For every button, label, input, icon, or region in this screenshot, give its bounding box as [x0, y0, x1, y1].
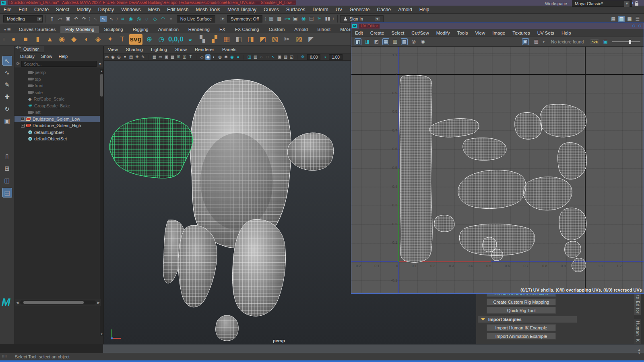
outliner-horizontal-scrollbar[interactable]: ◀ ▶ [15, 299, 101, 306]
scene-time-warp-icon[interactable]: ◷ [156, 34, 167, 45]
menu-file[interactable]: File [0, 7, 15, 12]
search-input[interactable] [21, 61, 97, 67]
shelf-tab-animation[interactable]: Animation [153, 26, 184, 33]
uv-menu-cut-sew[interactable]: Cut/Sew [408, 31, 432, 35]
menu-mesh[interactable]: Mesh [144, 7, 163, 12]
poly-type-icon[interactable]: T [117, 34, 128, 45]
scroll-right-icon[interactable]: ▶ [97, 301, 101, 304]
quad-draw-icon[interactable]: ▨ [294, 34, 304, 45]
poly-cylinder-icon[interactable]: ▮ [33, 34, 43, 45]
outliner-item-groupscale-bake[interactable]: ✳GroupScale_Bake [14, 103, 103, 109]
tab-attribute-editor[interactable]: te Editor [634, 294, 641, 315]
layout-four-pane-icon[interactable]: ⊞ [2, 164, 12, 173]
grid-toggle-icon[interactable]: ▦ [152, 54, 157, 60]
scroll-down-icon[interactable]: ▼ [100, 332, 103, 336]
sculpt-tool-icon[interactable]: ◒ [185, 34, 196, 45]
shelf-tab-arnold[interactable]: Arnold [289, 26, 312, 33]
image-exposure-slider[interactable] [612, 41, 640, 42]
toggle-modeling-toolkit-icon[interactable]: ▤ [610, 16, 617, 22]
import-samples-section[interactable]: Import Samples [478, 316, 577, 323]
select-hierarchy-icon[interactable]: ↖ [92, 16, 99, 22]
lasso-tool-icon[interactable]: ∿ [2, 68, 12, 78]
scroll-up-icon[interactable]: ▲ [100, 69, 103, 73]
select-component-icon[interactable]: ↖ [108, 16, 115, 22]
outliner-tab[interactable]: Outliner [20, 46, 44, 53]
mesh-bottom-small-rock[interactable] [216, 315, 239, 341]
outliner-item-defaultlightset[interactable]: defaultLightSet [14, 129, 103, 136]
copy-paste-icon[interactable]: ▣ [277, 54, 282, 60]
lock-icon[interactable] [635, 3, 638, 6]
make-live-icon[interactable]: ◠ [160, 16, 166, 22]
poly-disc-icon[interactable]: ◖ [81, 34, 91, 45]
outliner-item-side[interactable]: side [14, 89, 103, 96]
uv-grid-icon[interactable]: ▦ [382, 38, 389, 45]
workspace-select[interactable]: Maya Classic*▼ [572, 0, 632, 7]
field-chart-icon[interactable]: ⊞ [176, 54, 181, 60]
uv-dim-image-icon[interactable]: ◎ [410, 38, 417, 45]
viewport-menu-show[interactable]: Show [171, 47, 191, 52]
smooth-mesh-icon[interactable]: ▚ [197, 34, 208, 45]
multi-cut-icon[interactable]: ✂ [282, 34, 292, 45]
shelf-tab-poly-modeling[interactable]: Poly Modeling [60, 26, 99, 33]
shelf-tab-fx-caching[interactable]: FX Caching [230, 26, 264, 33]
expand-icon[interactable]: + [21, 117, 25, 121]
scale-tool-icon[interactable]: ▣ [2, 116, 12, 126]
snap-projected-center-icon[interactable]: ◌ [144, 16, 150, 22]
menu-edit-mesh[interactable]: Edit Mesh [163, 7, 192, 12]
ipr-render-icon[interactable]: IPR [284, 16, 291, 23]
pause-viewport-icon[interactable]: ▮▮ [324, 15, 331, 22]
poly-cone-icon[interactable]: ▲ [45, 34, 55, 45]
construction-plane-icon[interactable]: ⊕ [144, 34, 155, 45]
mesh-druidstone-main-rock[interactable] [190, 80, 291, 248]
outliner-item-defaultobjectset[interactable]: defaultObjectSet [14, 136, 103, 142]
snap-grid-icon[interactable]: ⌗ [120, 16, 126, 22]
menu-help[interactable]: Help [416, 7, 433, 12]
tab-human-ik[interactable]: Human IK [634, 319, 641, 343]
grease-pencil-icon[interactable]: ✎ [140, 54, 146, 60]
outliner-item-top[interactable]: top [14, 76, 103, 83]
textured-mode-icon[interactable]: ◐ [211, 54, 217, 60]
shelf-tab-sculpting[interactable]: Sculpting [99, 26, 128, 33]
uv-menu-edit[interactable]: Edit [351, 31, 367, 35]
ambient-occlusion-icon[interactable]: ◉ [229, 54, 235, 60]
menu-create[interactable]: Create [31, 7, 52, 12]
helpbar-grip[interactable]: ⠿⠿ [2, 355, 7, 359]
uv-canvas[interactable]: -0.2-0.100.10.20.30.40.50.60.70.80.911.1… [351, 47, 644, 293]
isolate-select-icon[interactable]: ◌ [259, 54, 264, 60]
safe-title-icon[interactable]: T [188, 54, 193, 60]
uv-menu-create[interactable]: Create [367, 31, 388, 35]
outliner-menu-show[interactable]: Show [38, 54, 56, 59]
maximize-button[interactable] [638, 25, 641, 27]
gate-mask-icon[interactable]: ▩ [170, 54, 175, 60]
layout-single-pane-icon[interactable]: ▯ [2, 152, 12, 161]
symmetry-field[interactable]: Symmetry: Off [227, 15, 262, 23]
use-default-material-icon[interactable]: ◍ [217, 54, 223, 60]
live-surface-field[interactable]: No Live Surface [177, 15, 215, 23]
pane-toggle-arrows[interactable]: ◀ ▶ [15, 45, 21, 49]
gamma-icon[interactable]: ◑ [322, 54, 327, 60]
snap-point-icon[interactable]: ◎ [136, 16, 142, 22]
shelf-tab-rendering[interactable]: Rendering [184, 26, 215, 33]
menu-mesh-tools[interactable]: Mesh Tools [192, 7, 224, 12]
hypershade-icon[interactable]: ◉ [300, 15, 307, 22]
outliner-menu-help[interactable]: Help [56, 54, 71, 59]
bevel-icon[interactable]: ◨ [246, 34, 256, 45]
filter-icon[interactable]: ⟳ [16, 61, 20, 66]
exposure-icon[interactable]: ✤ [300, 54, 305, 60]
toggle-humanik-icon[interactable]: ▥ [618, 16, 625, 22]
menu-set-select[interactable]: Modeling▼ [3, 15, 43, 23]
gamma-field[interactable]: 1.00 [329, 54, 342, 60]
shadows-icon[interactable]: ✱ [223, 54, 229, 60]
uv-texture-borders-icon[interactable]: ◩ [373, 38, 380, 45]
menu-windows[interactable]: Windows [118, 7, 144, 12]
mirror-icon[interactable]: ◤ [306, 34, 316, 45]
shelf-tab-curves-surfaces[interactable]: Curves / Surfaces [14, 26, 60, 33]
layout-outliner-persp-icon[interactable]: ▤ [2, 188, 12, 197]
new-scene-icon[interactable]: ▯ [49, 16, 55, 22]
menu-modify[interactable]: Modify [73, 7, 94, 12]
combine-icon[interactable]: ▞ [209, 34, 220, 45]
safe-action-icon[interactable]: ◫ [182, 54, 187, 60]
outliner-item-persp[interactable]: persp [14, 69, 103, 76]
uv-menu-image[interactable]: Image [489, 31, 509, 35]
uv-pattern-icon[interactable]: ▦ [533, 38, 540, 45]
